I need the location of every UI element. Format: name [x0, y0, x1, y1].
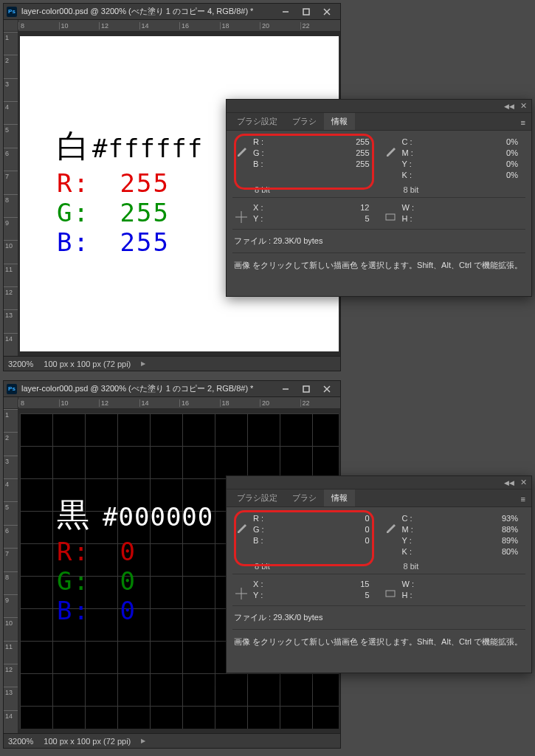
info-panel: ◀◀ ✕ ブラシ設定 ブラシ 情報 ≡ R : G : B : 255 255: [226, 99, 532, 297]
ruler-tick: 22: [300, 22, 341, 30]
panel-menu-icon[interactable]: ≡: [515, 492, 531, 506]
ruler-tick: 8: [18, 399, 59, 407]
ruler-tick: 3: [4, 456, 18, 478]
collapse-icon[interactable]: ◀◀: [504, 103, 514, 110]
ruler-tick: 9: [4, 594, 18, 617]
panel-menu-icon[interactable]: ≡: [515, 115, 531, 130]
chevron-right-icon[interactable]: ▶: [141, 738, 145, 744]
ruler-tick: 16: [179, 22, 220, 30]
ruler-tick: 12: [4, 664, 18, 687]
label-k: K :: [402, 170, 421, 181]
b-label: B:: [57, 596, 90, 625]
ruler-tick: 2: [4, 432, 18, 455]
file-info: ファイル : 29.3K/0 bytes: [232, 609, 525, 626]
dimensions-icon: [384, 579, 398, 601]
maximize-button[interactable]: [296, 382, 317, 396]
g-label: G:: [57, 198, 90, 227]
color-hex: #ffffff: [92, 134, 203, 163]
rgb-readout: R : G : B : 255 255 255: [232, 135, 377, 182]
label-k: K :: [402, 546, 421, 557]
svg-rect-1: [303, 9, 309, 15]
minimize-button[interactable]: [275, 5, 296, 18]
label-y2: Y :: [253, 213, 272, 224]
minimize-button[interactable]: [275, 382, 296, 396]
ruler-tick: 8: [18, 22, 59, 30]
tab-info[interactable]: 情報: [324, 489, 355, 506]
label-h: H :: [402, 590, 421, 601]
tab-brush-settings[interactable]: ブラシ設定: [229, 113, 285, 130]
ruler-tick: 10: [59, 399, 100, 407]
value-g: 255: [277, 148, 370, 159]
panel-header[interactable]: ◀◀ ✕: [227, 476, 531, 489]
r-label: R:: [57, 168, 90, 198]
window-title: layer-color000.psd @ 3200% (べた塗り 1 のコピー …: [21, 6, 271, 17]
ruler-tick: 12: [99, 22, 139, 30]
label-b: B :: [253, 159, 272, 170]
collapse-icon[interactable]: ◀◀: [504, 479, 514, 487]
dimensions-icon: [384, 202, 398, 224]
file-info: ファイル : 29.3K/0 bytes: [232, 233, 525, 250]
info-panel: ◀◀ ✕ ブラシ設定 ブラシ 情報 ≡ R : G : B : 0 0 0: [226, 475, 532, 673]
label-x: X :: [253, 579, 272, 590]
close-button[interactable]: [317, 382, 337, 396]
chevron-right-icon[interactable]: ▶: [141, 360, 145, 367]
ruler-tick: 1: [4, 409, 18, 432]
maximize-button[interactable]: [296, 5, 317, 18]
ruler-tick: 12: [99, 399, 139, 407]
ruler-tick: 14: [4, 710, 18, 733]
ruler-horizontal[interactable]: 8 10 12 14 16 18 20 22: [18, 397, 340, 409]
value-m: 0%: [426, 148, 519, 159]
ruler-horizontal[interactable]: 8 10 12 14 16 18 20 22: [18, 20, 340, 32]
g-value: 0: [120, 566, 136, 596]
rgb-readout: R : G : B : 0 0 0: [232, 512, 377, 559]
doc-dimensions[interactable]: 100 px x 100 px (72 ppi): [44, 360, 131, 368]
label-y: Y :: [402, 159, 421, 170]
ruler-vertical[interactable]: 1 2 3 4 5 6 7 8 9 10 11 12 13 14: [4, 409, 18, 733]
ruler-tick: 12: [4, 286, 18, 309]
label-r: R :: [253, 513, 272, 524]
value-b: 255: [277, 159, 370, 170]
ruler-tick: 10: [4, 617, 18, 640]
doc-dimensions[interactable]: 100 px x 100 px (72 ppi): [44, 737, 131, 746]
tab-brush-settings[interactable]: ブラシ設定: [229, 489, 285, 506]
tab-info[interactable]: 情報: [324, 113, 355, 130]
ruler-tick: 18: [220, 399, 260, 407]
ruler-tick: 9: [4, 217, 18, 240]
tab-brush[interactable]: ブラシ: [285, 489, 324, 506]
ruler-tick: 5: [4, 124, 18, 147]
r-value: 255: [120, 168, 169, 198]
zoom-level[interactable]: 3200%: [8, 737, 33, 746]
info-body: R : G : B : 255 255 255 C : M : Y :: [227, 131, 531, 281]
value-m: 88%: [426, 524, 519, 535]
label-h: H :: [402, 213, 421, 224]
value-c: 93%: [426, 513, 519, 524]
eyedropper-icon: [235, 513, 249, 535]
ruler-tick: 22: [300, 399, 341, 407]
ruler-vertical[interactable]: 1 2 3 4 5 6 7 8 9 10 11 12 13 14: [4, 32, 18, 356]
value-y: 0%: [426, 159, 519, 170]
label-y2: Y :: [253, 590, 272, 601]
rgb-bits: 8 bit: [232, 562, 377, 571]
label-b: B :: [253, 535, 272, 546]
ruler-corner: [4, 20, 18, 32]
zoom-level[interactable]: 3200%: [8, 360, 33, 368]
ruler-tick: 10: [59, 22, 100, 30]
svg-rect-10: [386, 214, 395, 220]
rgb-bits: 8 bit: [232, 185, 377, 194]
titlebar[interactable]: Ps layer-color000.psd @ 3200% (べた塗り 1 のコ…: [4, 4, 340, 20]
titlebar[interactable]: Ps layer-color000.psd @ 3200% (べた塗り 1 のコ…: [4, 381, 340, 397]
ruler-tick: 14: [4, 333, 18, 356]
label-g: G :: [253, 148, 272, 159]
panel-header[interactable]: ◀◀ ✕: [227, 100, 531, 113]
close-icon[interactable]: ✕: [520, 101, 527, 111]
cmyk-bits: 8 bit: [382, 562, 526, 571]
tab-brush[interactable]: ブラシ: [285, 113, 324, 130]
eyedropper-icon: [235, 137, 249, 159]
window-title: layer-color000.psd @ 3200% (べた塗り 1 のコピー …: [21, 383, 271, 394]
label-c: C :: [402, 137, 421, 148]
crosshair-icon: [235, 202, 249, 224]
close-button[interactable]: [317, 5, 337, 18]
close-icon[interactable]: ✕: [520, 478, 527, 487]
panel-tabs: ブラシ設定 ブラシ 情報 ≡: [227, 489, 531, 507]
ruler-tick: 10: [4, 240, 18, 263]
